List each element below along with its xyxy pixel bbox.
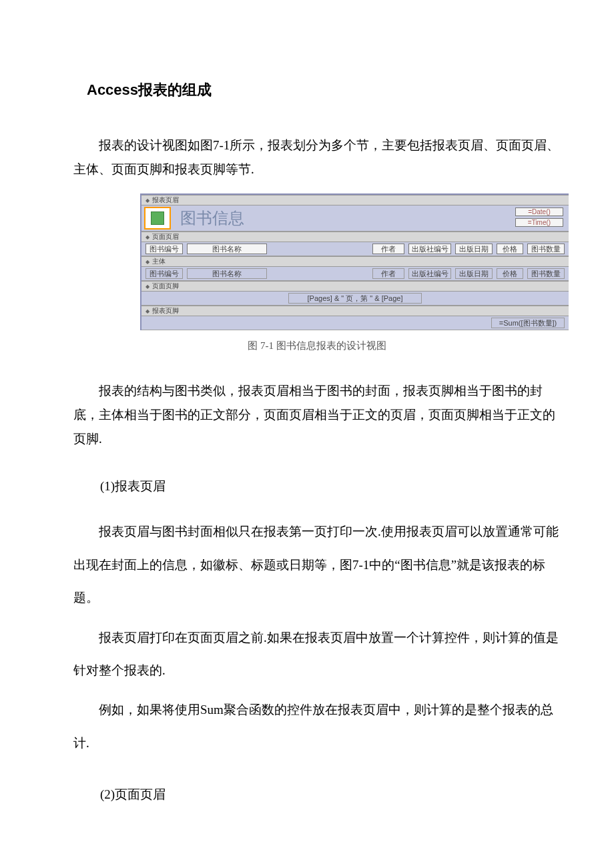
detail-field: 图书数量 [527,268,565,279]
detail-field: 出版日期 [455,268,493,279]
date-expression-control: =Date() [515,207,563,216]
intro-paragraph: 报表的设计视图如图7-1所示，报表划分为多个节，主要包括报表页眉、页面页眉、主体… [73,133,561,181]
page-number-control: [Pages] & " 页，第 " & [Page] [288,293,422,304]
section2-heading: (2)页面页眉 [100,786,561,803]
detail-field: 价格 [497,268,523,279]
detail-field: 出版社编号 [408,268,451,279]
section-bar-detail: 主体 [141,256,569,267]
band-page-footer: [Pages] & " 页，第 " & [Page] [141,292,569,306]
report-designer-figure: 报表页眉 图书信息 =Date() =Time() 页面页眉 图书编号 图书名称… [140,193,569,330]
logo-control [144,207,171,230]
section-bar-report-footer: 报表页脚 [141,306,569,316]
section1-heading: (1)报表页眉 [100,478,561,495]
section-bar-page-footer: 页面页脚 [141,281,569,292]
detail-field: 图书编号 [145,268,183,279]
detail-field: 作者 [372,268,404,279]
band-page-header: 图书编号 图书名称 作者 出版社编号 出版日期 价格 图书数量 [141,242,569,256]
band-detail: 图书编号 图书名称 作者 出版社编号 出版日期 价格 图书数量 [141,267,569,281]
header-label: 作者 [372,244,404,254]
band-report-header: 图书信息 =Date() =Time() [141,205,569,232]
time-expression-control: =Time() [515,218,563,227]
doc-title: Access报表的组成 [87,80,561,100]
figure-caption: 图 7-1 图书信息报表的设计视图 [73,340,561,352]
header-label: 图书数量 [527,244,565,254]
section1-p3: 例如，如果将使用Sum聚合函数的控件放在报表页眉中，则计算的是整个报表的总计. [73,693,561,759]
section-bar-report-header: 报表页眉 [141,195,569,205]
structure-paragraph: 报表的结构与图书类似，报表页眉相当于图书的封面，报表页脚相当于图书的封底，主体相… [73,379,561,451]
section-bar-page-header: 页面页眉 [141,232,569,242]
band-report-footer: =Sum([图书数量]) [141,316,569,330]
header-label: 出版日期 [455,244,493,254]
sum-expression-control: =Sum([图书数量]) [491,318,565,328]
detail-field: 图书名称 [187,268,267,279]
header-label: 图书编号 [145,244,183,254]
header-label: 图书名称 [187,244,267,254]
section1-p2: 报表页眉打印在页面页眉之前.如果在报表页眉中放置一个计算控件，则计算的值是针对整… [73,621,561,687]
report-title-label: 图书信息 [176,207,244,229]
section1-p1: 报表页眉与图书封面相似只在报表第一页打印一次.使用报表页眉可以放置通常可能出现在… [73,515,561,614]
header-label: 价格 [497,244,523,254]
header-label: 出版社编号 [408,244,451,254]
book-icon [151,211,164,225]
